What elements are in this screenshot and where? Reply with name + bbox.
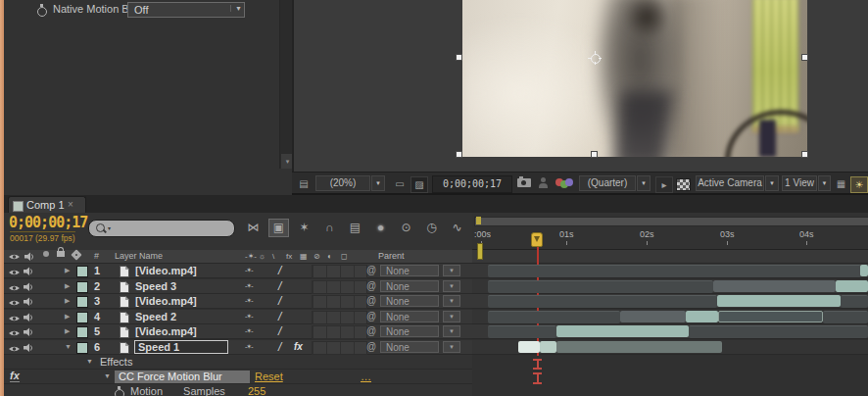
layer-row-6[interactable]: ▼6Speed 1-✶-/fx@None▼ bbox=[4, 340, 472, 355]
label-color-swatch[interactable] bbox=[76, 281, 88, 293]
always-preview-icon[interactable]: ☀ bbox=[850, 176, 868, 193]
audio-speaker-icon[interactable] bbox=[24, 327, 35, 339]
close-icon[interactable]: × bbox=[68, 199, 73, 210]
audio-column-speaker-icon[interactable] bbox=[24, 252, 36, 264]
parent-dropdown[interactable]: None bbox=[380, 295, 439, 307]
view-layout-arrow[interactable]: ▼ bbox=[818, 175, 831, 191]
auto-keyframe-icon[interactable]: ◷ bbox=[421, 219, 442, 237]
layer-name[interactable]: [Video.mp4] bbox=[135, 295, 197, 307]
search-input[interactable]: ▾ bbox=[88, 220, 235, 237]
parent-pickwhip-icon[interactable]: @ bbox=[366, 295, 376, 306]
visibility-eye-icon[interactable] bbox=[8, 327, 21, 339]
expand-open-icon[interactable]: ▼ bbox=[104, 372, 111, 379]
quality-switch-icon[interactable]: / bbox=[278, 279, 281, 293]
camera-view-arrow[interactable]: ▼ bbox=[765, 175, 779, 191]
search-options-arrow[interactable]: ▾ bbox=[108, 224, 111, 231]
layer-duration-bar[interactable] bbox=[860, 265, 868, 276]
audio-speaker-icon[interactable] bbox=[24, 282, 35, 294]
graph-editor-icon[interactable]: ∿ bbox=[447, 219, 467, 237]
magnification-dropdown[interactable]: (20%) bbox=[315, 175, 370, 191]
resolution-dropdown[interactable]: (Quarter) bbox=[579, 175, 636, 191]
visibility-eye-icon[interactable] bbox=[8, 343, 21, 355]
layer-duration-bar[interactable] bbox=[689, 325, 868, 338]
switch-column-icon[interactable]: ⊘ bbox=[313, 252, 320, 261]
layer-handle-bottom-center[interactable] bbox=[591, 151, 598, 158]
motion-blur-icon[interactable]: ● bbox=[370, 219, 391, 237]
visibility-eye-icon[interactable] bbox=[8, 267, 21, 278]
parent-pickwhip-icon[interactable]: @ bbox=[366, 341, 376, 352]
parent-dropdown-arrow-icon[interactable]: ▼ bbox=[443, 325, 460, 337]
collapse-switch-icon[interactable]: -✶- bbox=[245, 327, 253, 335]
switch-column-icon[interactable]: -✶- bbox=[245, 252, 257, 261]
layer-duration-bar[interactable] bbox=[488, 265, 861, 277]
layer-duration-bar[interactable] bbox=[686, 311, 718, 322]
parent-dropdown[interactable]: None bbox=[380, 280, 439, 292]
time-navigator[interactable] bbox=[474, 217, 868, 226]
video-preview[interactable] bbox=[462, 0, 807, 157]
transparency-checker-icon[interactable] bbox=[676, 178, 691, 191]
label-color-swatch[interactable] bbox=[76, 296, 88, 308]
current-time-indicator-head[interactable] bbox=[531, 232, 543, 247]
audio-speaker-icon[interactable] bbox=[24, 297, 35, 309]
switch-cells[interactable] bbox=[312, 280, 367, 294]
draft-3d-icon[interactable]: ✶ bbox=[294, 219, 314, 237]
solo-column-icon[interactable] bbox=[43, 251, 49, 257]
param-stopwatch-icon[interactable] bbox=[115, 386, 125, 396]
effects-group-row[interactable]: ▼ Effects bbox=[4, 355, 472, 370]
switch-cells[interactable] bbox=[312, 325, 367, 339]
layer-handle-left[interactable] bbox=[456, 54, 462, 61]
collapse-switch-icon[interactable]: -✶- bbox=[245, 343, 253, 351]
time-navigator-start-handle[interactable] bbox=[476, 217, 481, 224]
collapse-switch-icon[interactable]: -✶- bbox=[245, 313, 253, 321]
layer-duration-bar[interactable] bbox=[556, 341, 722, 353]
label-color-swatch[interactable] bbox=[76, 342, 88, 354]
show-channels-icon[interactable] bbox=[555, 178, 575, 189]
parent-dropdown[interactable]: None bbox=[380, 341, 439, 353]
native-motion-blur-dropdown[interactable]: Off ▼ bbox=[127, 2, 245, 18]
parent-pickwhip-icon[interactable]: @ bbox=[366, 325, 376, 336]
layer-duration-bar[interactable] bbox=[717, 295, 841, 307]
snapshot-camera-icon[interactable] bbox=[517, 178, 531, 187]
parent-dropdown-arrow-icon[interactable]: ▼ bbox=[443, 280, 460, 292]
label-column-tag-icon[interactable] bbox=[71, 249, 81, 260]
effect-name-selected[interactable]: CC Force Motion Blur bbox=[115, 371, 250, 383]
work-area-start-handle[interactable] bbox=[477, 243, 483, 260]
collapse-switch-icon[interactable]: -✶- bbox=[245, 282, 253, 290]
quality-switch-icon[interactable]: / bbox=[278, 264, 281, 277]
parent-pickwhip-icon[interactable]: @ bbox=[366, 311, 376, 322]
collapse-switch-icon[interactable]: -✶- bbox=[245, 267, 253, 274]
switch-cells[interactable] bbox=[312, 295, 367, 309]
expand-open-icon[interactable]: ▼ bbox=[86, 358, 93, 365]
param-value[interactable]: 255 bbox=[248, 385, 265, 396]
layer-duration-bar[interactable] bbox=[488, 325, 556, 338]
layer-duration-bar[interactable] bbox=[488, 311, 620, 323]
layer-name[interactable]: Speed 3 bbox=[135, 280, 176, 292]
label-color-swatch[interactable] bbox=[76, 312, 88, 323]
visibility-eye-icon[interactable] bbox=[8, 282, 21, 294]
switch-cells[interactable] bbox=[312, 311, 367, 324]
visibility-eye-icon[interactable] bbox=[8, 297, 21, 309]
current-timecode[interactable]: 0;00;00;17 bbox=[9, 214, 87, 231]
layer-handle-bottom-left[interactable] bbox=[456, 151, 462, 158]
effect-more-link[interactable]: … bbox=[361, 371, 371, 382]
viewer-timecode[interactable]: 0;00;00;17 bbox=[432, 175, 512, 193]
layer-duration-bar[interactable] bbox=[718, 311, 823, 322]
fx-switch-icon[interactable]: fx bbox=[294, 341, 303, 352]
quality-switch-icon[interactable]: / bbox=[278, 310, 281, 323]
parent-pickwhip-icon[interactable]: @ bbox=[366, 280, 376, 291]
parent-pickwhip-icon[interactable]: @ bbox=[366, 265, 376, 275]
layer-name-column-label[interactable]: Layer Name bbox=[115, 251, 163, 261]
magnification-arrow[interactable]: ▼ bbox=[371, 175, 385, 191]
transparency-grid-icon[interactable]: ▨ bbox=[410, 176, 428, 193]
parent-dropdown[interactable]: None bbox=[380, 311, 439, 322]
layer-duration-bar[interactable] bbox=[488, 280, 713, 293]
lock-column-icon[interactable] bbox=[57, 251, 65, 257]
parent-dropdown-arrow-icon[interactable]: ▼ bbox=[443, 265, 460, 276]
stopwatch-icon[interactable] bbox=[37, 4, 48, 16]
switch-cells[interactable] bbox=[312, 341, 367, 355]
layer-duration-bar[interactable] bbox=[488, 295, 717, 308]
layer-row-2[interactable]: ▶2Speed 3-✶-/@None▼ bbox=[4, 279, 472, 294]
audio-speaker-icon[interactable] bbox=[24, 313, 35, 324]
layer-duration-bar[interactable] bbox=[841, 295, 868, 308]
layer-duration-bar[interactable] bbox=[518, 341, 540, 353]
